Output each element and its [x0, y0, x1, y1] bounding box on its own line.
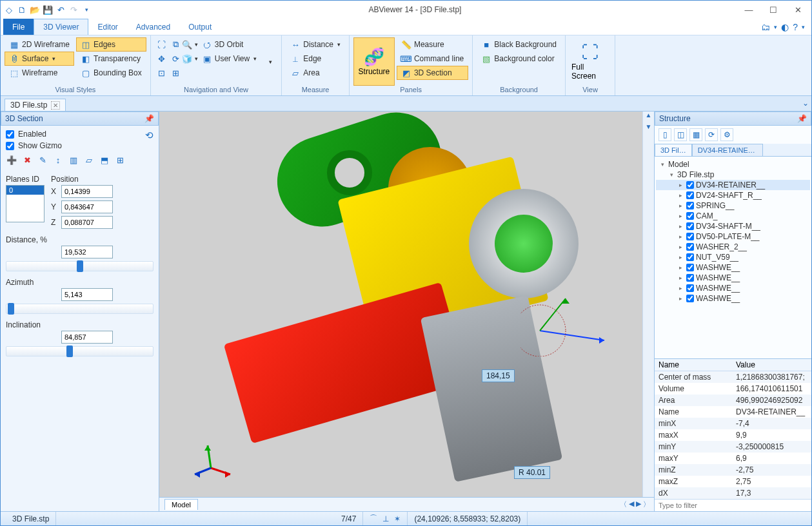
- tool5-icon[interactable]: ▥: [68, 154, 79, 166]
- remove-plane-icon[interactable]: ✖: [21, 154, 33, 166]
- scroll-down-icon[interactable]: ▼: [643, 123, 654, 135]
- minimize-button[interactable]: —: [738, 3, 760, 17]
- undo-icon[interactable]: ↶: [55, 4, 66, 15]
- plane-row[interactable]: 0: [6, 186, 44, 195]
- input-y[interactable]: [61, 200, 113, 213]
- chevron-right-icon[interactable]: ▸: [677, 295, 684, 302]
- toggle-section-icon[interactable]: ⟲: [145, 130, 153, 141]
- btn-user-view[interactable]: ▣User View▾: [197, 52, 261, 66]
- slider-azimuth[interactable]: [6, 304, 153, 314]
- btn-black-bg[interactable]: ■Black Background: [477, 37, 561, 52]
- property-row[interactable]: maxY6,9: [655, 453, 811, 464]
- property-row[interactable]: dX17,3: [655, 487, 811, 499]
- redo-icon[interactable]: ↷: [68, 4, 79, 15]
- input-z[interactable]: [61, 216, 113, 229]
- maximize-button[interactable]: ☐: [762, 3, 784, 17]
- chevron-right-icon[interactable]: ▸: [677, 192, 684, 199]
- ortho-icon[interactable]: ⊥: [382, 514, 389, 523]
- tab-output[interactable]: Output: [179, 19, 221, 35]
- tab-editor[interactable]: Editor: [88, 19, 126, 35]
- btn-wireframe[interactable]: ⬚Wireframe: [5, 66, 74, 80]
- input-inclination[interactable]: [61, 331, 113, 344]
- chevron-right-icon[interactable]: ▸: [677, 202, 684, 209]
- tool6-icon[interactable]: ▱: [83, 154, 95, 166]
- btn-area[interactable]: ▱Area: [286, 66, 345, 80]
- filter-input[interactable]: [655, 500, 811, 511]
- tool-d-icon[interactable]: ⟳: [705, 128, 718, 141]
- app-icon[interactable]: ◇: [3, 4, 15, 15]
- slider-inclination[interactable]: [6, 346, 153, 356]
- close-tab-icon[interactable]: ✕: [51, 101, 60, 110]
- scroll-up-icon[interactable]: ▲: [643, 112, 654, 123]
- tree-checkbox[interactable]: [686, 253, 694, 261]
- close-button[interactable]: ✕: [787, 3, 809, 17]
- btn-measure-panel[interactable]: 📏Measure: [397, 37, 468, 52]
- tree-checkbox[interactable]: [686, 222, 694, 230]
- input-azimuth[interactable]: [61, 288, 113, 301]
- chevron-right-icon[interactable]: ▸: [677, 264, 684, 271]
- btn-nav1[interactable]: ⊡: [155, 66, 169, 80]
- btn-nav-menu[interactable]: ▾: [263, 48, 277, 76]
- btn-full-screen[interactable]: ⛶ Full Screen: [569, 37, 611, 86]
- qat-dropdown-icon[interactable]: ▾: [81, 4, 92, 15]
- chevron-right-icon[interactable]: ▸: [677, 182, 684, 188]
- tree-item[interactable]: ▸WASHWE__: [656, 273, 810, 283]
- tree-checkbox[interactable]: [686, 181, 694, 189]
- new-icon[interactable]: 🗋: [16, 4, 28, 15]
- model-tab[interactable]: Model: [164, 499, 198, 510]
- scroll-next-icon[interactable]: 〉: [643, 500, 650, 509]
- btn-bounding-box[interactable]: ▢Bounding Box: [76, 66, 146, 80]
- document-tab[interactable]: 3D File.stp ✕: [5, 99, 66, 111]
- btn-zoom-window[interactable]: ⧉: [169, 37, 183, 52]
- chevron-down-icon[interactable]: ▾: [668, 171, 675, 178]
- property-row[interactable]: minY-3,250000815: [655, 441, 811, 453]
- tool4-icon[interactable]: ↕: [52, 154, 64, 166]
- style-icon[interactable]: ◐: [781, 22, 789, 32]
- tool-e-icon[interactable]: ⚙: [720, 128, 733, 141]
- input-x[interactable]: [61, 185, 113, 198]
- tree-checkbox[interactable]: [686, 243, 694, 251]
- tree-checkbox[interactable]: [686, 264, 694, 271]
- property-row[interactable]: maxX9,9: [655, 429, 811, 441]
- property-row[interactable]: NameDV34-RETAINER__: [655, 406, 811, 418]
- property-row[interactable]: minZ-2,75: [655, 464, 811, 476]
- tool3-icon[interactable]: ✎: [37, 154, 48, 166]
- snap-icon[interactable]: ⌒: [370, 513, 377, 524]
- btn-3d-orbit[interactable]: ⭯3D Orbit: [197, 37, 248, 52]
- property-row[interactable]: Area496,990246925092: [655, 394, 811, 406]
- btn-2d-wireframe[interactable]: ▦2D Wireframe: [5, 37, 74, 52]
- tree-item[interactable]: ▸WASHWE__: [656, 283, 810, 293]
- chk-enabled[interactable]: [6, 130, 14, 139]
- property-row[interactable]: Center of mass1,21868300381767;: [655, 371, 811, 383]
- pin-icon[interactable]: 📌: [797, 114, 807, 123]
- tree-item[interactable]: ▸NUT_V59__: [656, 252, 810, 262]
- btn-command-line[interactable]: ⌨Command line: [397, 52, 468, 66]
- structure-tab[interactable]: 3D Fil…: [655, 144, 692, 156]
- chk-gizmo[interactable]: [6, 142, 14, 150]
- pin-icon[interactable]: 📌: [144, 114, 154, 123]
- tab-3d-viewer[interactable]: 3D Viewer: [34, 19, 88, 35]
- btn-view-cube[interactable]: 🧊▾: [183, 52, 197, 66]
- viewport-scrollbar[interactable]: ▲ ▼: [642, 112, 654, 497]
- tab-file[interactable]: File: [3, 19, 34, 35]
- btn-zoom-extents[interactable]: ⛶: [155, 37, 169, 52]
- chevron-right-icon[interactable]: ▸: [677, 285, 684, 291]
- tree-item[interactable]: ▸SPRING__: [656, 200, 810, 211]
- tool-c-icon[interactable]: ▦: [689, 128, 702, 141]
- chevron-down-icon[interactable]: ▾: [659, 161, 666, 168]
- save-icon[interactable]: 💾: [42, 4, 54, 15]
- property-row[interactable]: maxZ2,75: [655, 476, 811, 487]
- recent-icon[interactable]: 🗂: [761, 22, 770, 32]
- 3d-viewport[interactable]: 184,15 R 40.01: [159, 112, 642, 497]
- chevron-right-icon[interactable]: ▸: [677, 244, 684, 250]
- planes-list[interactable]: 0: [6, 185, 45, 222]
- tree-checkbox[interactable]: [686, 295, 694, 302]
- btn-edge[interactable]: ⟂Edge: [286, 52, 345, 66]
- tool8-icon[interactable]: ⊞: [114, 154, 126, 166]
- btn-pan[interactable]: ✥: [155, 52, 169, 66]
- tool-b-icon[interactable]: ◫: [674, 128, 687, 141]
- scroll-right-icon[interactable]: ▶: [636, 500, 641, 509]
- btn-nav2[interactable]: ⊞: [169, 66, 183, 80]
- btn-distance[interactable]: ↔Distance▾: [286, 37, 345, 52]
- tree-item[interactable]: ▸WASHWE__: [656, 293, 810, 304]
